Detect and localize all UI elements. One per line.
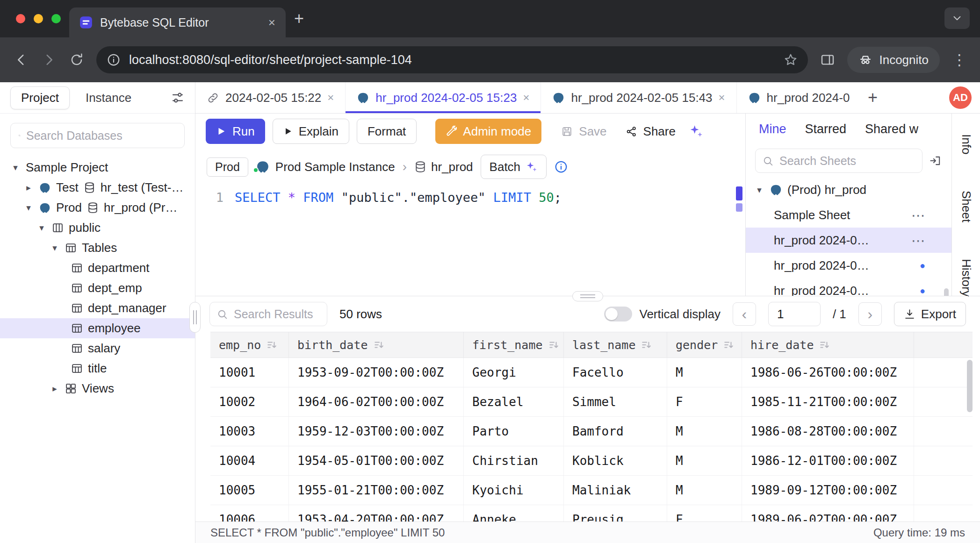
run-button[interactable]: Run — [206, 119, 265, 144]
connection-info-icon[interactable] — [554, 160, 568, 174]
tab-starred[interactable]: Starred — [805, 122, 847, 136]
close-sheet-icon[interactable]: × — [523, 92, 529, 103]
tree-item-table-salary[interactable]: salary — [0, 338, 195, 358]
page-input[interactable] — [768, 302, 821, 326]
format-button[interactable]: Format — [357, 119, 417, 144]
sheet-search[interactable] — [755, 149, 922, 173]
share-button[interactable]: Share — [620, 119, 681, 144]
browser-menu-icon[interactable]: ⋮ — [952, 51, 967, 69]
database-search-input[interactable] — [26, 129, 177, 143]
chevron-down-icon[interactable]: ▾ — [50, 243, 60, 253]
sheet-tab-4[interactable]: hr_prod 2024-0 — [737, 82, 859, 113]
close-sheet-icon[interactable]: × — [719, 92, 725, 103]
tree-item-views-group[interactable]: ▸ Views — [0, 379, 195, 399]
close-tab-icon[interactable]: × — [268, 16, 275, 29]
back-icon[interactable] — [13, 52, 29, 68]
sheet-group-row[interactable]: ▾ (Prod) hr_prod — [746, 177, 951, 202]
table-row[interactable]: 10003 1959-12-03T00:00:00Z Parto Bamford… — [210, 417, 973, 446]
sheet-item-selected[interactable]: hr_prod 2024-0… ⋯ — [746, 228, 951, 253]
new-tab-button[interactable]: + — [294, 9, 304, 29]
tree-item-table-dept-manager[interactable]: dept_manager — [0, 298, 195, 318]
tab-instance[interactable]: Instance — [86, 91, 131, 105]
zoom-window-button[interactable] — [51, 14, 61, 23]
tab-info[interactable]: Info — [959, 134, 973, 154]
sort-icon[interactable] — [723, 340, 734, 350]
more-actions-icon[interactable]: ⋯ — [911, 232, 925, 249]
column-header[interactable]: last_name — [564, 332, 667, 357]
sort-icon[interactable] — [641, 340, 651, 350]
results-scrollbar[interactable] — [967, 360, 973, 412]
chevron-right-icon[interactable]: ▸ — [23, 182, 34, 193]
filter-settings-icon[interactable] — [171, 91, 185, 105]
tree-item-test-db[interactable]: ▸ Test hr_test (Test-… — [0, 178, 195, 198]
column-header[interactable]: first_name — [464, 332, 564, 357]
chevron-right-icon[interactable]: ▸ — [50, 383, 60, 394]
chevron-down-icon[interactable]: ▾ — [36, 222, 47, 233]
tab-shared[interactable]: Shared w — [865, 122, 918, 136]
tree-item-prod-db[interactable]: ▾ Prod hr_prod (Pr… — [0, 198, 195, 218]
batch-button[interactable]: Batch — [481, 155, 547, 179]
tab-search-button[interactable] — [944, 7, 970, 29]
tab-mine[interactable]: Mine — [759, 122, 786, 136]
sort-icon[interactable] — [267, 340, 277, 350]
tree-item-table-employee[interactable]: employee — [0, 318, 195, 338]
reload-icon[interactable] — [69, 52, 84, 67]
bookmark-star-icon[interactable] — [784, 53, 798, 67]
results-search[interactable] — [209, 302, 327, 326]
tree-item-tables-group[interactable]: ▾ Tables — [0, 238, 195, 258]
table-row[interactable]: 10001 1953-09-02T00:00:00Z Georgi Facell… — [210, 358, 973, 387]
close-window-button[interactable] — [16, 14, 25, 23]
explain-button[interactable]: Explain — [273, 119, 349, 144]
sheet-item[interactable]: Sample Sheet ⋯ — [746, 202, 951, 228]
column-header[interactable]: birth_date — [289, 332, 464, 357]
tab-project[interactable]: Project — [10, 86, 70, 109]
tree-item-table-dept-emp[interactable]: dept_emp — [0, 278, 195, 298]
more-actions-icon[interactable]: ⋯ — [911, 207, 925, 223]
ai-sparkle-icon[interactable] — [689, 124, 704, 139]
site-info-icon[interactable] — [107, 53, 121, 67]
tree-item-table-title[interactable]: title — [0, 358, 195, 379]
table-row[interactable]: 10002 1964-06-02T00:00:00Z Bezalel Simme… — [210, 387, 973, 417]
sheet-tab-2-active[interactable]: hr_prod 2024-02-05 15:23 × — [346, 82, 541, 113]
sheet-item[interactable]: hr_prod 2024-0… ● — [746, 253, 951, 278]
vertical-display-toggle[interactable] — [604, 307, 632, 322]
next-page-button[interactable]: › — [858, 302, 882, 326]
tab-history[interactable]: History — [959, 259, 973, 297]
table-row[interactable]: 10006 1953-04-20T00:00:00Z Anneke Preusi… — [210, 505, 973, 522]
minimize-window-button[interactable] — [34, 14, 43, 23]
sheet-tab-3[interactable]: hr_prod 2024-02-05 15:43 × — [541, 82, 736, 113]
instance-breadcrumb[interactable]: Prod Sample Instance — [256, 160, 395, 174]
browser-tab[interactable]: Bytebase SQL Editor × — [69, 7, 286, 37]
sidebar-resize-handle[interactable] — [189, 302, 201, 333]
url-bar[interactable]: localhost:8080/sql-editor/sheet/project-… — [96, 46, 808, 73]
sql-editor[interactable]: 1 SELECT * FROM "public"."employee" LIMI… — [195, 185, 745, 296]
collapse-panel-icon[interactable] — [929, 154, 942, 167]
user-avatar[interactable]: AD — [949, 86, 972, 109]
tree-item-table-department[interactable]: department — [0, 258, 195, 278]
sort-icon[interactable] — [548, 340, 559, 350]
environment-badge[interactable]: Prod — [207, 157, 248, 177]
database-breadcrumb[interactable]: hr_prod — [414, 160, 473, 174]
export-button[interactable]: Export — [894, 302, 966, 326]
close-sheet-icon[interactable]: × — [327, 92, 334, 103]
results-search-input[interactable] — [234, 307, 320, 321]
editor-scrollbar[interactable] — [736, 186, 742, 212]
side-panel-icon[interactable] — [820, 52, 835, 67]
forward-icon[interactable] — [41, 52, 57, 68]
tab-sheet[interactable]: Sheet — [959, 191, 973, 222]
column-header[interactable]: gender — [667, 332, 742, 357]
table-row[interactable]: 10004 1954-05-01T00:00:00Z Chirstian Kob… — [210, 446, 973, 476]
new-sheet-button[interactable]: + — [859, 82, 886, 113]
prev-page-button[interactable]: ‹ — [733, 302, 756, 326]
chevron-down-icon[interactable]: ▾ — [23, 202, 34, 213]
table-row[interactable]: 10005 1955-01-21T00:00:00Z Kyoichi Malin… — [210, 476, 973, 505]
column-header[interactable]: hire_date — [742, 332, 914, 357]
sheet-search-input[interactable] — [779, 154, 915, 168]
admin-mode-button[interactable]: Admin mode — [435, 119, 541, 144]
sheet-item[interactable]: hr_prod 2024-0… ● — [746, 278, 951, 296]
sheet-list-scrollbar[interactable] — [944, 288, 949, 296]
sort-icon[interactable] — [374, 340, 384, 350]
database-search[interactable] — [10, 123, 185, 148]
tree-item-schema-public[interactable]: ▾ public — [0, 218, 195, 238]
column-header[interactable]: emp_no — [210, 332, 289, 357]
